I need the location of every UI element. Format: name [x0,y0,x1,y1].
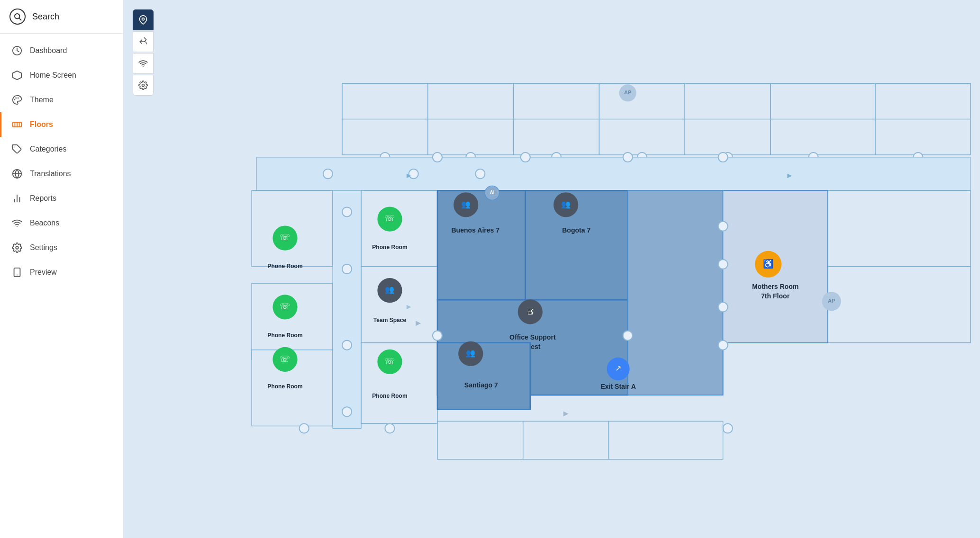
search-label: Search [32,12,59,22]
beacons-icon [11,217,23,229]
svg-text:☏: ☏ [384,357,395,366]
svg-line-1 [19,18,21,20]
signal-button[interactable] [133,53,154,74]
svg-text:Exit Stair A: Exit Stair A [600,383,635,390]
sidebar-item-floors-label: Floors [30,120,53,129]
sidebar-item-theme[interactable]: Theme [0,88,123,112]
svg-text:↗: ↗ [615,364,621,372]
svg-text:☏: ☏ [280,354,290,364]
sidebar-item-dashboard-label: Dashboard [30,46,67,55]
svg-marker-3 [13,71,21,80]
sidebar-item-settings[interactable]: Settings [0,235,123,260]
svg-point-41 [323,169,333,179]
svg-point-61 [342,341,352,350]
svg-text:►: ► [405,302,413,311]
svg-text:AP: AP [828,298,835,304]
search-button[interactable]: Search [0,0,123,34]
gear-button[interactable] [133,75,154,96]
svg-rect-75 [437,190,526,300]
svg-rect-90 [628,190,723,395]
sidebar-item-home-screen[interactable]: Home Screen [0,63,123,88]
svg-point-22 [142,84,145,87]
sidebar: Search Dashboard Home Screen [0,0,123,538]
svg-point-119 [433,331,442,341]
svg-rect-58 [333,190,361,428]
svg-text:☏: ☏ [280,233,290,242]
settings-icon [11,242,23,254]
route-button[interactable] [133,31,154,52]
svg-point-125 [433,152,442,162]
map-container[interactable]: .floor-bg { fill: #c8ddf0; } .room-block… [123,0,980,538]
floors-icon [11,118,23,131]
sidebar-item-reports[interactable]: Reports [0,186,123,211]
svg-point-59 [342,207,352,216]
svg-rect-101 [828,190,971,267]
svg-point-6 [18,98,19,99]
svg-text:👥: 👥 [461,200,471,209]
svg-text:☏: ☏ [280,302,290,311]
svg-text:Phone Room: Phone Room [267,332,302,339]
svg-rect-117 [609,421,723,459]
svg-text:Mothers Room: Mothers Room [752,283,799,290]
sidebar-item-reports-label: Reports [30,194,56,203]
svg-text:7th Floor: 7th Floor [761,292,790,300]
floor-map[interactable]: .floor-bg { fill: #c8ddf0; } .room-block… [123,0,980,538]
svg-text:Office Support: Office Support [509,333,556,341]
sidebar-item-translations-label: Translations [30,170,71,178]
svg-text:♿: ♿ [763,259,774,269]
map-toolbar [133,9,154,96]
svg-text:Phone Room: Phone Room [267,263,302,269]
location-pin-button[interactable] [133,9,154,30]
svg-rect-40 [256,157,971,190]
svg-rect-102 [828,267,971,343]
svg-text:☏: ☏ [384,214,395,223]
translations-icon [11,168,23,180]
sidebar-item-categories[interactable]: Categories [0,137,123,161]
svg-text:Phone Room: Phone Room [372,244,407,251]
svg-point-126 [521,152,530,162]
svg-text:Bogota 7: Bogota 7 [562,226,590,234]
sidebar-item-categories-label: Categories [30,145,66,153]
svg-point-114 [723,423,733,433]
sidebar-item-preview[interactable]: Preview [0,260,123,285]
svg-point-121 [718,222,728,231]
svg-rect-115 [437,421,523,459]
sidebar-item-translations[interactable]: Translations [0,161,123,186]
svg-text:►: ► [414,318,423,328]
search-icon [9,9,26,25]
svg-text:Santiago 7: Santiago 7 [464,381,498,389]
svg-point-43 [475,169,485,179]
svg-point-127 [623,152,633,162]
svg-rect-67 [361,267,437,343]
svg-point-62 [342,407,352,416]
svg-text:👥: 👥 [385,285,395,294]
sidebar-item-dashboard[interactable]: Dashboard [0,38,123,63]
svg-rect-50 [252,283,333,359]
sidebar-item-floors[interactable]: Floors [0,112,123,137]
svg-point-111 [385,423,394,433]
reports-icon [11,192,23,205]
svg-point-60 [342,264,352,274]
svg-point-110 [299,423,309,433]
sidebar-item-home-screen-label: Home Screen [30,71,76,80]
svg-text:►: ► [562,409,570,418]
svg-text:Team Space: Team Space [373,317,407,323]
svg-point-5 [15,98,17,99]
svg-text:Phone Room: Phone Room [372,393,407,399]
nav-items: Dashboard Home Screen Theme [0,34,123,538]
preview-icon [11,266,23,278]
svg-text:►: ► [405,171,413,179]
categories-icon [11,143,23,155]
svg-text:👥: 👥 [466,349,476,358]
svg-text:👥: 👥 [561,200,571,209]
svg-text:🖨: 🖨 [526,307,534,315]
svg-point-4 [14,99,16,100]
sidebar-item-beacons[interactable]: Beacons [0,211,123,235]
svg-point-17 [16,246,18,249]
svg-rect-63 [361,190,437,267]
sidebar-item-preview-label: Preview [30,268,57,277]
svg-text:Buenos Aires 7: Buenos Aires 7 [451,226,499,234]
dashboard-icon [11,45,23,57]
svg-point-123 [718,302,728,312]
svg-text:AI: AI [490,190,494,195]
